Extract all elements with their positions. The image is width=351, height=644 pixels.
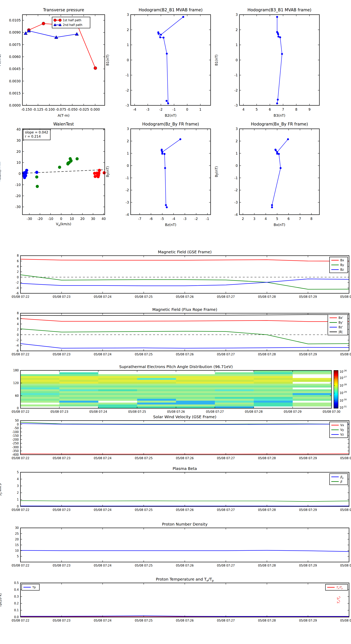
- svg-text:Bz: Bz: [340, 268, 344, 272]
- y-axis-label: βp and β: [0, 468, 2, 511]
- panel-plasma-beta: Plasma Beta βp and β 05/08 07:2205/08 07…: [20, 472, 349, 506]
- svg-text:0.0045: 0.0045: [9, 67, 21, 71]
- svg-text:05/08 07:29: 05/08 07:29: [299, 508, 317, 512]
- svg-text:-20: -20: [15, 194, 21, 198]
- svg-text:05/08 07:24: 05/08 07:24: [94, 353, 111, 356]
- svg-text:05/08 07:28: 05/08 07:28: [258, 508, 276, 512]
- svg-text:05/08 07:28: 05/08 07:28: [245, 410, 263, 414]
- svg-text:0.0105: 0.0105: [9, 18, 21, 22]
- svg-text:05/08 07:26: 05/08 07:26: [176, 456, 194, 460]
- svg-text:-2: -2: [159, 108, 163, 112]
- solar-wind-velocity-plot: 05/08 07:2205/08 07:2305/08 07:2405/08 0…: [20, 420, 349, 455]
- svg-text:-1: -1: [126, 73, 129, 77]
- svg-text:5: 5: [256, 108, 258, 112]
- svg-text:6: 6: [17, 317, 19, 320]
- svg-text:-30: -30: [15, 205, 21, 209]
- svg-text:10: 10: [70, 217, 74, 221]
- panel-hodogram-b2-b1: Hodogram(B2_B1 MVAB frame) B1(nT) B2(nT)…: [131, 15, 211, 106]
- svg-text:05/08 07:29: 05/08 07:29: [299, 564, 317, 567]
- svg-text:7: 7: [299, 217, 301, 221]
- svg-text:-2: -2: [16, 338, 19, 342]
- svg-text:4: 4: [17, 477, 19, 481]
- y-axis-label: B1(nT): [215, 39, 218, 82]
- hodogram-bz-by-plot: -7-6-5-4-3-2-1-4-3-2-10123: [131, 129, 211, 215]
- svg-text:2: 2: [17, 270, 19, 274]
- svg-text:10-26: 10-26: [340, 370, 347, 374]
- svg-text:0: 0: [17, 276, 19, 279]
- svg-text:-0.050: -0.050: [67, 108, 78, 112]
- legend: βpβ: [330, 474, 348, 485]
- svg-text:05/08 07:27: 05/08 07:27: [206, 410, 224, 414]
- svg-text:180: 180: [13, 369, 19, 372]
- svg-text:05/08 07:25: 05/08 07:25: [135, 295, 152, 298]
- hodogram-bx-by-plot: 2345678-4-3-2-10123: [240, 129, 320, 215]
- svg-text:-4: -4: [16, 286, 19, 290]
- svg-text:-1: -1: [206, 217, 209, 221]
- svg-text:05/08 07:26: 05/08 07:26: [176, 508, 194, 512]
- svg-text:-3: -3: [234, 104, 238, 107]
- legend: Te/Tp: [326, 584, 348, 590]
- svg-text:6: 6: [17, 259, 19, 263]
- svg-text:-3: -3: [126, 200, 129, 204]
- svg-text:-2: -2: [234, 88, 238, 92]
- svg-text:05/08 07:27: 05/08 07:27: [217, 508, 235, 512]
- correlation-value: r = 0.214: [25, 134, 48, 138]
- svg-text:-3: -3: [234, 200, 238, 204]
- svg-text:8: 8: [17, 312, 19, 315]
- svg-text:4: 4: [242, 108, 245, 112]
- svg-text:0.0030: 0.0030: [9, 79, 21, 83]
- svg-text:05/08 07:23: 05/08 07:23: [53, 619, 70, 622]
- legend: 1st half path2nd half path: [52, 17, 90, 28]
- plasma-beta-plot: 05/08 07:2205/08 07:2305/08 07:2405/08 0…: [20, 472, 349, 506]
- svg-text:05/08 07:25: 05/08 07:25: [135, 619, 152, 622]
- svg-text:10-27: 10-27: [340, 376, 347, 380]
- panel-title: WalenTest: [11, 122, 116, 126]
- svg-text:-1: -1: [126, 176, 129, 180]
- y-axis-label: Vremaining(km/s): [0, 150, 1, 193]
- fit-annotation: slope = 0.042 r = 0.214: [23, 130, 50, 140]
- legend: BxByBz: [330, 257, 348, 273]
- svg-text:05/08 07:28: 05/08 07:28: [258, 353, 276, 356]
- svg-text:3: 3: [127, 127, 129, 131]
- svg-text:Tp: Tp: [32, 586, 36, 589]
- svg-text:2: 2: [236, 28, 238, 32]
- panel-title: Hodogram(Bz_By FR frame): [119, 122, 222, 126]
- panel-hodogram-bz-by: Hodogram(Bz_By FR frame) By(nT) Bz(nT) -…: [131, 129, 211, 215]
- svg-text:05/08 07:25: 05/08 07:25: [128, 410, 146, 414]
- svg-text:0: 0: [17, 333, 19, 337]
- svg-text:β: β: [340, 480, 342, 484]
- svg-text:3: 3: [236, 127, 238, 131]
- svg-text:05/08 07:26: 05/08 07:26: [176, 353, 194, 356]
- y-axis-label: Pt(nPa): [0, 39, 1, 82]
- svg-text:0: 0: [236, 164, 238, 168]
- svg-text:05/08 07:24: 05/08 07:24: [94, 564, 111, 567]
- panel-proton-temperature: Proton Temperature and Te/Tp Tpl(105K) T…: [20, 583, 349, 617]
- pitch-angle-heatmap: 05/08 07:2205/08 07:2305/08 07:2405/08 0…: [20, 370, 332, 408]
- svg-text:05/08 07:30: 05/08 07:30: [340, 619, 351, 622]
- svg-text:-0.025: -0.025: [78, 108, 89, 112]
- svg-text:05/08 07:24: 05/08 07:24: [94, 456, 111, 460]
- svg-text:0: 0: [60, 217, 62, 221]
- svg-text:50: 50: [15, 419, 19, 422]
- svg-text:20: 20: [80, 217, 85, 221]
- svg-text:|B|: |B|: [339, 330, 343, 334]
- svg-text:05/08 07:25: 05/08 07:25: [135, 456, 152, 460]
- svg-text:20: 20: [15, 538, 19, 541]
- svg-text:05/08 07:23: 05/08 07:23: [53, 353, 70, 356]
- svg-text:05/08 07:27: 05/08 07:27: [217, 456, 235, 460]
- walen-test-plot: -30-20-10010203040-30-20-10010203040: [22, 129, 105, 215]
- svg-text:6: 6: [269, 108, 271, 112]
- panel-title: Plasma Beta: [20, 466, 349, 471]
- svg-text:10-31: 10-31: [340, 405, 347, 410]
- svg-text:30: 30: [15, 526, 19, 530]
- x-axis-label: VA(km/s): [22, 222, 105, 227]
- svg-text:05/08 07:27: 05/08 07:27: [217, 295, 235, 298]
- svg-text:Vz: Vz: [340, 433, 344, 436]
- svg-text:05/08 07:29: 05/08 07:29: [299, 295, 317, 298]
- svg-text:-6: -6: [16, 349, 19, 353]
- svg-text:30: 30: [16, 138, 21, 142]
- svg-text:-2: -2: [194, 217, 198, 221]
- flux-rope-analysis-figure: Transverse pressure Pt(nPa) A(T·m) -0.15…: [0, 0, 351, 644]
- svg-text:By': By': [339, 321, 343, 324]
- svg-text:-3: -3: [183, 217, 186, 221]
